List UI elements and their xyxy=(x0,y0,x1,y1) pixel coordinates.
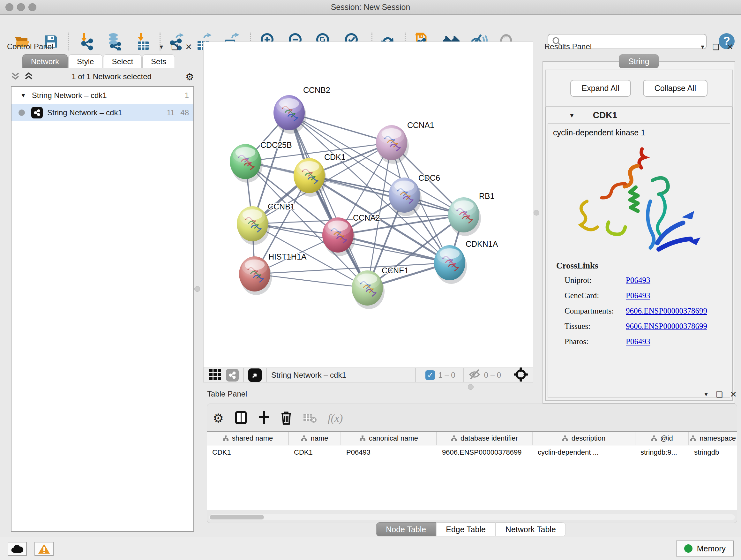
gene-entry: ▼ CDK1 cyclin-dependent kinase 1 xyxy=(545,107,733,401)
collection-count: 1 xyxy=(185,91,189,100)
panel-close-icon[interactable]: ✕ xyxy=(726,42,733,52)
crosslink-row: Compartments:9606.ENSP00000378699 xyxy=(556,307,722,315)
entry-disclosure-icon[interactable]: ▼ xyxy=(569,112,575,119)
share-view-icon[interactable] xyxy=(226,369,239,381)
crosslink-link[interactable]: P06493 xyxy=(626,276,650,285)
column-type-icon xyxy=(651,435,657,442)
crosshair-icon[interactable] xyxy=(514,368,528,383)
delete-icon[interactable] xyxy=(280,411,292,426)
collapse-all-button[interactable]: Collapse All xyxy=(643,80,708,97)
divider xyxy=(243,368,244,382)
table-cell[interactable]: cyclin-dependent ... xyxy=(533,445,635,459)
panel-close-icon[interactable]: ✕ xyxy=(730,389,737,399)
column-header-description[interactable]: description xyxy=(533,432,635,445)
network-edge[interactable] xyxy=(289,113,367,288)
panel-float-icon[interactable]: ❑ xyxy=(172,43,179,52)
crosslink-link[interactable]: 9606.ENSP00000378699 xyxy=(626,322,707,331)
network-node-RB1[interactable]: RB1 xyxy=(448,192,495,236)
panel-collapse-icon[interactable]: ▼ xyxy=(158,44,164,51)
table-hscrollbar[interactable] xyxy=(209,514,735,520)
column-header-canonical-name[interactable]: canonical name xyxy=(341,432,437,445)
node-label: CDC25B xyxy=(260,140,292,149)
column-header-namespace[interactable]: namespace xyxy=(689,432,737,445)
collection-label: String Network – cdk1 xyxy=(32,91,179,100)
network-node-CDKN1A[interactable]: CDKN1A xyxy=(434,240,498,284)
node-label: HIST1H1A xyxy=(268,252,307,261)
crosslink-row: Pharos:P06493 xyxy=(556,337,722,346)
crosslink-label: Compartments: xyxy=(556,307,626,315)
tab-network-table[interactable]: Network Table xyxy=(495,522,566,537)
tab-edge-table[interactable]: Edge Table xyxy=(436,522,495,537)
network-node-CCNB1[interactable]: CCNB1 xyxy=(237,202,295,245)
expand-tree-icon[interactable] xyxy=(11,71,20,82)
columns-icon[interactable] xyxy=(234,411,247,426)
network-node-CCNB2[interactable]: CCNB2 xyxy=(273,85,330,134)
tab-select[interactable]: Select xyxy=(103,54,142,68)
string-results-box: Expand All Collapse All ▼ CDK1 cyclin-de… xyxy=(542,61,735,403)
crosslink-link[interactable]: 9606.ENSP00000378699 xyxy=(626,307,707,315)
tab-string[interactable]: String xyxy=(619,54,659,68)
add-column-icon[interactable] xyxy=(258,411,270,426)
column-header-database-identifier[interactable]: database identifier xyxy=(437,432,533,445)
column-header--id[interactable]: @id xyxy=(635,432,689,445)
network-node-CCNA1[interactable]: CCNA1 xyxy=(376,121,434,164)
table-cell[interactable]: 9606.ENSP00000378699 xyxy=(437,445,533,459)
node-table[interactable]: shared namenamecanonical namedatabase id… xyxy=(207,431,737,510)
grid-view-icon[interactable] xyxy=(209,369,221,381)
table-cell[interactable]: CDK1 xyxy=(207,445,289,459)
cloud-icon[interactable] xyxy=(8,542,27,556)
tab-node-table[interactable]: Node Table xyxy=(376,522,436,537)
table-row[interactable]: CDK1CDK1P064939606.ENSP00000378699cyclin… xyxy=(207,445,737,459)
node-label: CCNA1 xyxy=(407,121,434,130)
expand-all-button[interactable]: Expand All xyxy=(570,80,631,97)
crosslink-link[interactable]: P06493 xyxy=(626,337,650,346)
selected-checkbox-icon[interactable]: ✓ xyxy=(425,370,435,380)
node-label: RB1 xyxy=(479,192,495,200)
network-row[interactable]: String Network – cdk1 11 48 xyxy=(11,104,193,121)
panel-collapse-icon[interactable]: ▼ xyxy=(700,44,705,51)
results-panel-title: Results Panel xyxy=(544,42,592,52)
birdseye-icon[interactable] xyxy=(248,368,262,382)
crosslink-row: Tissues:9606.ENSP00000378699 xyxy=(556,322,722,331)
network-collection-row[interactable]: ▼ String Network – cdk1 1 xyxy=(11,87,193,104)
tab-style[interactable]: Style xyxy=(68,54,103,68)
network-node-CDC6[interactable]: CDC6 xyxy=(389,173,440,216)
function-builder-icon[interactable]: f(x) xyxy=(328,412,343,424)
scroll-thumb[interactable] xyxy=(210,515,264,519)
crosslink-link[interactable]: P06493 xyxy=(626,291,650,300)
table-settings-icon[interactable]: ⚙ xyxy=(213,411,224,425)
table-tabs: Node Table Edge Table Network Table xyxy=(376,522,566,537)
tab-sets[interactable]: Sets xyxy=(142,54,175,68)
panel-close-icon[interactable]: ✕ xyxy=(185,42,192,52)
network-node-CCNE1[interactable]: CCNE1 xyxy=(352,266,409,309)
network-canvas[interactable]: CCNB2CCNA1CDC25BCDK1CDC6RB1CCNB1CCNA2CDK… xyxy=(203,42,533,368)
delete-table-icon[interactable] xyxy=(303,412,317,425)
network-node-CDC25B[interactable]: CDC25B xyxy=(230,140,292,183)
node-label: CDKN1A xyxy=(466,240,498,248)
panel-float-icon[interactable]: ❑ xyxy=(716,390,723,399)
disclosure-triangle-icon[interactable]: ▼ xyxy=(20,92,26,99)
crosslinks-title: CrossLinks xyxy=(556,261,722,271)
network-options-gear-icon[interactable]: ⚙ xyxy=(185,71,194,82)
node-label: CCNB2 xyxy=(303,85,330,95)
divider xyxy=(509,368,509,382)
table-cell[interactable]: P06493 xyxy=(341,445,437,459)
collapse-tree-icon[interactable] xyxy=(24,71,33,82)
warning-icon[interactable] xyxy=(35,542,54,556)
network-svg: CCNB2CCNA1CDC25BCDK1CDC6RB1CCNB1CCNA2CDK… xyxy=(204,42,534,368)
memory-status-icon xyxy=(684,544,692,553)
tab-network[interactable]: Network xyxy=(22,54,68,68)
right-splitter-handle[interactable] xyxy=(534,210,539,215)
hidden-eye-icon[interactable] xyxy=(468,369,481,381)
table-cell[interactable]: stringdb xyxy=(689,445,737,459)
panel-float-icon[interactable]: ❑ xyxy=(713,43,720,52)
memory-button[interactable]: Memory xyxy=(676,541,734,557)
column-header-shared-name[interactable]: shared name xyxy=(207,432,289,445)
left-splitter-handle[interactable] xyxy=(194,286,200,292)
table-cell[interactable]: stringdb:9... xyxy=(635,445,689,459)
panel-collapse-icon[interactable]: ▼ xyxy=(703,391,709,398)
network-node-HIST1H1A[interactable]: HIST1H1A xyxy=(239,252,307,295)
column-header-name[interactable]: name xyxy=(289,432,341,445)
table-cell[interactable]: CDK1 xyxy=(289,445,341,459)
table-header-row: shared namenamecanonical namedatabase id… xyxy=(207,432,737,445)
